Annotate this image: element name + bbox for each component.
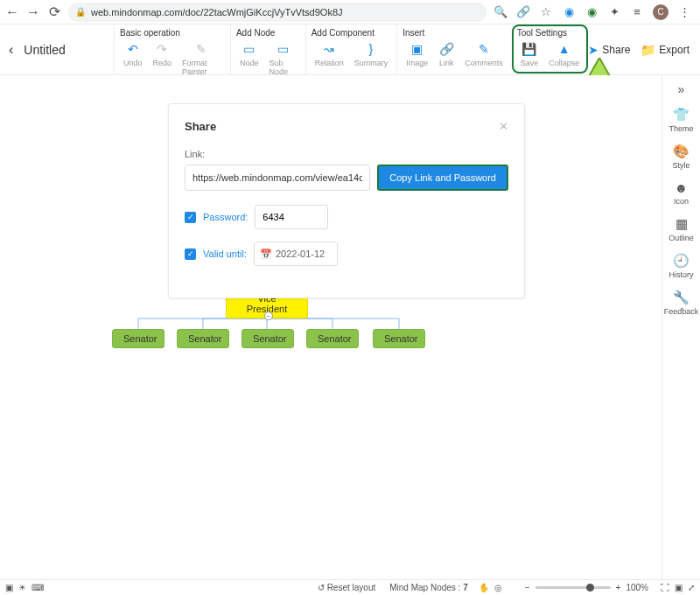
back-arrow-icon[interactable]: ‹	[9, 42, 13, 58]
comments-button[interactable]: ✎Comments	[461, 41, 507, 67]
password-input[interactable]	[255, 205, 328, 229]
panel-history[interactable]: 🕘History	[668, 253, 693, 279]
center-icon[interactable]: ▣	[675, 583, 682, 592]
save-icon: 💾	[522, 41, 537, 57]
format-painter-button[interactable]: ✎Format Painter	[178, 41, 225, 76]
brightness-icon[interactable]: ☀	[18, 583, 26, 592]
panel-feedback[interactable]: 🔧Feedback	[664, 290, 699, 316]
browser-right-icons: 🔍 🔗 ☆ ◉ ◉ ✦ ≡ C ⋮	[494, 4, 695, 20]
redo-icon: ↷	[154, 41, 170, 57]
group-insert: Insert ▣Image 🔗Link ✎Comments	[396, 24, 512, 75]
node-senator-1[interactable]: Senator	[112, 329, 164, 348]
node-senator-3[interactable]: Senator	[242, 329, 294, 348]
outline-icon: ▦	[676, 216, 688, 232]
group-add-node: Add Node ▭Node ▭Sub Node	[230, 24, 305, 75]
reset-layout-button[interactable]: ↺ Reset layout	[318, 583, 375, 592]
zoom-out-icon[interactable]: −	[525, 583, 530, 592]
panel-icon[interactable]: ☻Icon	[674, 180, 689, 206]
node-senator-4[interactable]: Senator	[306, 329, 359, 348]
summary-icon: }	[363, 41, 379, 57]
ext2-icon[interactable]: ◉	[584, 5, 598, 19]
comment-icon: ✎	[476, 41, 492, 57]
present-icon[interactable]: ▣	[5, 583, 13, 592]
browser-bar: ← → ⟳ 🔒 web.mindonmap.com/doc/22tacWmjGi…	[0, 0, 700, 24]
url-text: web.mindonmap.com/doc/22tacWmjGiKccjVyTv…	[91, 7, 343, 18]
valid-until-input[interactable]: 📅 2022-01-12	[254, 242, 338, 266]
collapse-icon: ▲	[556, 41, 572, 57]
node-senator-5[interactable]: Senator	[373, 329, 425, 348]
group-add-component: Add Component ↝Relation }Summary	[305, 24, 397, 75]
share-dialog: Share ✕ Link: Copy Link and Password ✓ P…	[168, 103, 525, 298]
node-button[interactable]: ▭Node	[236, 41, 262, 76]
link-icon: 🔗	[438, 41, 454, 57]
subnode-button[interactable]: ▭Sub Node	[265, 41, 299, 76]
export-action[interactable]: 📁Export	[640, 43, 690, 57]
right-panel: » 👕Theme 🎨Style ☻Icon ▦Outline 🕘History …	[662, 75, 700, 579]
reload-icon[interactable]: ⟳	[47, 5, 61, 19]
star-icon[interactable]: ☆	[539, 5, 553, 19]
zoom-icon[interactable]: 🔍	[494, 5, 508, 19]
profile-avatar[interactable]: C	[653, 4, 668, 20]
relation-icon: ↝	[321, 41, 337, 57]
link-button[interactable]: 🔗Link	[435, 41, 458, 67]
relation-button[interactable]: ↝Relation	[312, 41, 347, 67]
panel-theme[interactable]: 👕Theme	[668, 107, 693, 133]
brush-icon: ✎	[193, 41, 209, 57]
valid-until-label: Valid until:	[203, 248, 247, 259]
summary-button[interactable]: }Summary	[351, 41, 392, 67]
menu-icon[interactable]: ⋮	[677, 5, 691, 19]
export-icon: 📁	[640, 43, 655, 57]
share-icon: ➤	[588, 43, 598, 57]
image-button[interactable]: ▣Image	[402, 41, 431, 67]
subnode-icon: ▭	[275, 41, 290, 57]
valid-until-checkbox[interactable]: ✓	[185, 248, 196, 260]
zoom-level: 100%	[626, 583, 648, 592]
emoji-icon: ☻	[675, 180, 689, 195]
keyboard-icon[interactable]: ⌨	[32, 583, 44, 592]
close-icon[interactable]: ✕	[499, 120, 508, 133]
feedback-icon: 🔧	[673, 290, 690, 305]
group-basic: Basic operation ↶Undo ↷Redo ✎Format Pain…	[114, 24, 230, 75]
share-url-icon[interactable]: 🔗	[516, 5, 530, 19]
undo-icon: ↶	[125, 41, 141, 57]
zoom-in-icon[interactable]: +	[616, 583, 621, 592]
image-icon: ▣	[410, 41, 425, 57]
fit-icon[interactable]: ⛶	[661, 583, 669, 592]
copy-link-button[interactable]: Copy Link and Password	[377, 164, 508, 191]
ext1-icon[interactable]: ◉	[562, 5, 576, 19]
calendar-icon: 📅	[260, 248, 272, 260]
reading-list-icon[interactable]: ≡	[630, 5, 644, 19]
doc-title[interactable]: Untitled	[24, 43, 65, 57]
link-input[interactable]	[185, 164, 370, 191]
save-button[interactable]: 💾Save	[517, 41, 542, 67]
zoom-slider[interactable]	[536, 586, 611, 589]
undo-button[interactable]: ↶Undo	[120, 41, 146, 76]
status-bar: ▣ ☀ ⌨ ↺ Reset layout Mind Map Nodes : 7 …	[0, 579, 700, 595]
target-icon[interactable]: ◎	[494, 583, 502, 592]
palette-icon: 🎨	[673, 144, 690, 159]
history-icon: 🕘	[673, 253, 690, 269]
theme-icon: 👕	[673, 107, 690, 122]
back-icon[interactable]: ←	[5, 5, 19, 19]
collapse-toggle-node[interactable]: −	[264, 312, 273, 320]
dialog-title: Share	[185, 120, 216, 133]
extensions-icon[interactable]: ✦	[607, 5, 621, 19]
panel-collapse-icon[interactable]: »	[678, 82, 685, 96]
panel-outline[interactable]: ▦Outline	[668, 216, 694, 242]
password-label: Password:	[203, 212, 248, 222]
address-bar[interactable]: 🔒 web.mindonmap.com/doc/22tacWmjGiKccjVy…	[68, 3, 486, 22]
redo-button[interactable]: ↷Redo	[150, 41, 176, 76]
hand-tool-icon[interactable]: ✋	[479, 583, 489, 592]
forward-icon[interactable]: →	[26, 5, 40, 19]
node-icon: ▭	[242, 41, 257, 57]
link-label: Link:	[185, 149, 508, 159]
password-checkbox[interactable]: ✓	[185, 212, 196, 223]
node-senator-2[interactable]: Senator	[177, 329, 229, 348]
canvas[interactable]: Vice President − Senator Senator Senator…	[0, 75, 662, 579]
share-action[interactable]: ➤Share	[588, 43, 630, 57]
fullscreen-icon[interactable]: ⤢	[688, 583, 695, 592]
lock-icon: 🔒	[75, 7, 86, 17]
nodes-count-label: Mind Map Nodes : 7	[389, 583, 468, 592]
panel-style[interactable]: 🎨Style	[672, 144, 690, 170]
